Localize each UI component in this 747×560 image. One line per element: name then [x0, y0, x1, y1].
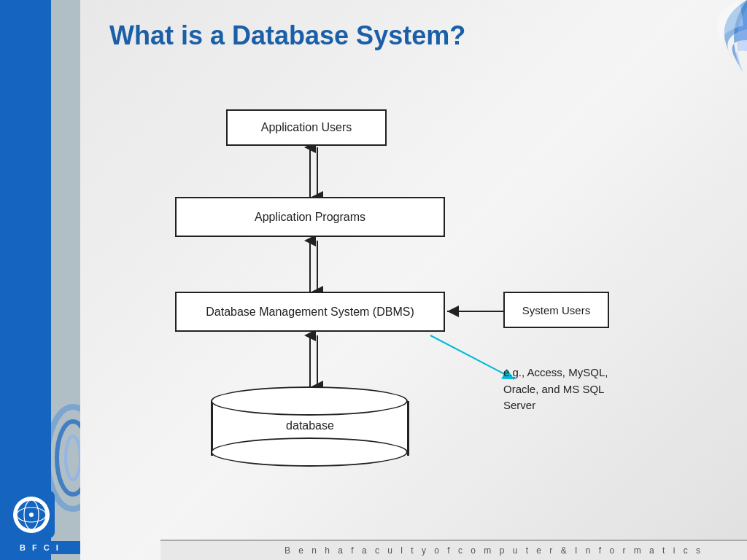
- note-content: e.g., Access, MySQL,Oracle, and MS SQLSe…: [503, 366, 608, 411]
- box-dbms: Database Management System (DBMS): [175, 292, 445, 332]
- note-text: e.g., Access, MySQL,Oracle, and MS SQLSe…: [503, 365, 608, 414]
- svg-point-2: [66, 436, 80, 480]
- left-sidebar: [0, 0, 80, 560]
- database-cylinder: database: [212, 386, 409, 467]
- main-content: What is a Database System?: [80, 0, 747, 560]
- app-users-label: Application Users: [261, 121, 352, 134]
- box-application-users: Application Users: [226, 109, 387, 146]
- sidebar-blue-panel: [0, 0, 51, 560]
- footer-text: B e n h a f a c u l t y o f c o m p u t …: [285, 545, 703, 556]
- app-programs-label: Application Programs: [255, 211, 365, 224]
- logo-area: [7, 491, 55, 538]
- box-application-programs: Application Programs: [175, 197, 445, 237]
- svg-point-6: [29, 513, 34, 517]
- bottom-footer: B e n h a f a c u l t y o f c o m p u t …: [160, 540, 747, 560]
- swirl-top-right-icon: [652, 0, 747, 95]
- cylinder-top-ellipse: [211, 386, 408, 416]
- bfci-label: B F C I: [0, 541, 80, 554]
- sidebar-light-panel: [51, 0, 80, 560]
- diagram: Application Users Application Programs D…: [117, 95, 744, 525]
- dbms-label: Database Management System (DBMS): [206, 306, 414, 319]
- cylinder-bottom-ellipse: [211, 438, 408, 467]
- slide-title: What is a Database System?: [109, 20, 465, 51]
- system-users-label: System Users: [522, 304, 590, 316]
- svg-point-1: [57, 421, 80, 494]
- swirl-bottom-left-icon: [51, 400, 80, 516]
- svg-line-18: [430, 335, 514, 379]
- box-system-users: System Users: [503, 292, 609, 328]
- logo-icon: [16, 499, 47, 530]
- logo-circle: [13, 497, 50, 533]
- cylinder-label: database: [212, 419, 409, 432]
